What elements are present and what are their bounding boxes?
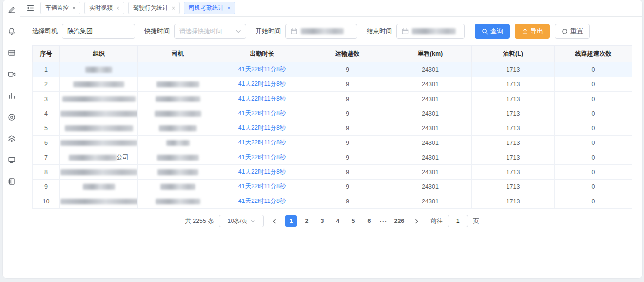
tab-close-icon[interactable]: × xyxy=(172,5,175,11)
table-row[interactable]: 5 41天22时11分8秒 9 24301 1713 0 xyxy=(33,121,632,136)
video-icon[interactable] xyxy=(8,70,16,78)
search-button[interactable]: 查询 xyxy=(475,24,510,39)
tab-驾驶行为统计[interactable]: 驾驶行为统计 × xyxy=(128,2,180,14)
cell-mileage: 24301 xyxy=(389,180,472,194)
duration-link[interactable]: 41天22时11分8秒 xyxy=(238,66,286,73)
end-time-input[interactable] xyxy=(396,24,465,39)
cell-driver xyxy=(138,165,218,180)
table-row[interactable]: 9 41天22时11分8秒 9 24301 1713 0 xyxy=(33,180,632,194)
monitor-icon[interactable] xyxy=(8,156,16,164)
table-icon[interactable] xyxy=(8,49,16,57)
table-header-row: 序号组织司机出勤时长运输趟数里程(km)油耗(L)线路超速次数 xyxy=(33,46,632,62)
start-time-input[interactable] xyxy=(285,24,357,39)
driver-input[interactable] xyxy=(62,24,135,39)
cell-org xyxy=(60,77,138,92)
page-number-4[interactable]: 4 xyxy=(332,215,344,227)
layers-icon[interactable] xyxy=(8,135,16,142)
notebook-icon[interactable] xyxy=(8,178,16,185)
redacted-start-date xyxy=(301,28,344,34)
page-number-3[interactable]: 3 xyxy=(316,215,328,227)
redacted-org xyxy=(73,81,124,87)
cell-fuel: 1713 xyxy=(472,77,555,92)
duration-link[interactable]: 41天22时11分8秒 xyxy=(238,183,286,190)
tab-label: 车辆监控 xyxy=(45,4,69,12)
page-content: 选择司机 快捷时间 请选择快捷时间 开始时间 xyxy=(20,17,642,227)
cell-seq: 1 xyxy=(33,62,60,77)
export-button[interactable]: 导出 xyxy=(515,24,550,39)
table-row[interactable]: 1 41天22时11分8秒 9 24301 1713 0 xyxy=(33,62,632,77)
quick-time-select[interactable]: 请选择快捷时间 xyxy=(174,24,246,39)
cell-overspeed: 0 xyxy=(555,121,632,136)
tab-close-icon[interactable]: × xyxy=(116,5,119,11)
table-row[interactable]: 10 41天22时11分8秒 9 24301 1713 0 xyxy=(33,194,632,209)
total-count: 共 2255 条 xyxy=(185,217,214,225)
start-time-label: 开始时间 xyxy=(255,27,281,36)
cell-org xyxy=(60,92,138,106)
tab-close-icon[interactable]: × xyxy=(227,5,231,11)
cell-seq: 7 xyxy=(33,150,60,165)
reset-button[interactable]: 重置 xyxy=(555,24,590,39)
duration-link[interactable]: 41天22时11分8秒 xyxy=(238,81,286,87)
export-icon xyxy=(522,28,528,35)
page-number-last[interactable]: 226 xyxy=(392,215,406,227)
duration-link[interactable]: 41天22时11分8秒 xyxy=(238,198,286,204)
next-page-button[interactable] xyxy=(411,215,423,227)
edit-icon[interactable] xyxy=(8,6,16,14)
column-header: 出勤时长 xyxy=(218,46,306,62)
page-number-1[interactable]: 1 xyxy=(285,215,297,227)
duration-link[interactable]: 41天22时11分8秒 xyxy=(238,95,286,102)
cell-driver xyxy=(138,136,218,150)
column-header: 运输趟数 xyxy=(306,46,389,62)
main-area: 车辆监控 × 实时视频 × 驾驶行为统计 × 司机考勤统计 × 选择司机 快捷时… xyxy=(20,0,642,278)
table-row[interactable]: 3 41天22时11分8秒 9 24301 1713 0 xyxy=(33,92,632,106)
cell-driver xyxy=(138,106,218,121)
duration-link[interactable]: 41天22时11分8秒 xyxy=(238,110,286,117)
refresh-icon xyxy=(562,28,568,35)
bell-icon[interactable] xyxy=(8,27,16,35)
page-number-6[interactable]: 6 xyxy=(363,215,375,227)
cell-seq: 6 xyxy=(33,136,60,150)
page-number-2[interactable]: 2 xyxy=(301,215,312,227)
cell-mileage: 24301 xyxy=(389,106,472,121)
cell-fuel: 1713 xyxy=(472,121,555,136)
duration-link[interactable]: 41天22时11分8秒 xyxy=(238,154,286,161)
table-row[interactable]: 6 41天22时11分8秒 9 24301 1713 0 xyxy=(33,136,632,150)
bar-chart-icon[interactable] xyxy=(8,92,16,100)
cell-fuel: 1713 xyxy=(472,150,555,165)
cell-driver xyxy=(138,194,218,209)
tab-实时视频[interactable]: 实时视频 × xyxy=(84,2,124,14)
cell-org xyxy=(60,180,138,194)
duration-link[interactable]: 41天22时11分8秒 xyxy=(238,124,286,131)
table-row[interactable]: 4 41天22时11分8秒 9 24301 1713 0 xyxy=(33,106,632,121)
redacted-driver xyxy=(159,125,197,131)
cell-trips: 9 xyxy=(306,194,389,209)
redacted-org xyxy=(60,199,138,204)
table-row[interactable]: 7 公司 41天22时11分8秒 9 24301 1713 0 xyxy=(33,150,632,165)
page-size-select[interactable]: 10条/页 xyxy=(219,215,264,227)
tab-label: 实时视频 xyxy=(89,4,113,12)
prev-page-button[interactable] xyxy=(269,215,280,227)
goto-page-input[interactable] xyxy=(448,215,468,227)
table-row[interactable]: 8 41天22时11分8秒 9 24301 1713 0 xyxy=(33,165,632,180)
cell-overspeed: 0 xyxy=(555,106,632,121)
cell-duration: 41天22时11分8秒 xyxy=(218,180,306,194)
cell-trips: 9 xyxy=(306,180,389,194)
cell-duration: 41天22时11分8秒 xyxy=(218,136,306,150)
page-number-5[interactable]: 5 xyxy=(348,215,359,227)
redacted-driver xyxy=(160,184,195,190)
tab-车辆监控[interactable]: 车辆监控 × xyxy=(40,2,80,14)
goto-label: 前往 xyxy=(430,217,443,225)
driver-filter-label: 选择司机 xyxy=(32,27,58,36)
table-body: 1 41天22时11分8秒 9 24301 1713 0 2 41天22时11分… xyxy=(33,62,632,209)
page-ellipsis[interactable]: ··· xyxy=(380,218,388,224)
tab-close-icon[interactable]: × xyxy=(72,5,76,11)
cell-seq: 4 xyxy=(33,106,60,121)
table-row[interactable]: 2 41天22时11分8秒 9 24301 1713 0 xyxy=(33,77,632,92)
collapse-menu-icon[interactable] xyxy=(26,4,35,12)
cell-driver xyxy=(138,92,218,106)
duration-link[interactable]: 41天22时11分8秒 xyxy=(238,168,286,175)
tab-司机考勤统计[interactable]: 司机考勤统计 × xyxy=(184,2,235,14)
redacted-org xyxy=(65,125,133,131)
target-icon[interactable] xyxy=(8,113,16,121)
duration-link[interactable]: 41天22时11分8秒 xyxy=(238,139,286,146)
